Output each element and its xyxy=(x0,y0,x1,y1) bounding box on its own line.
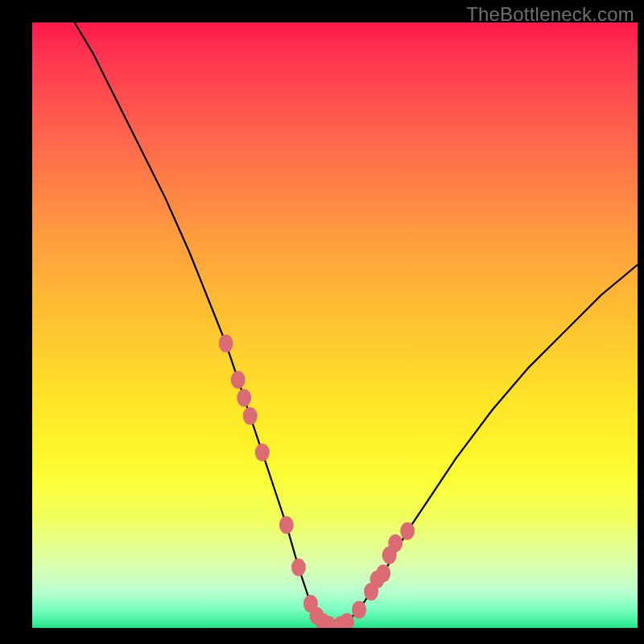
data-marker xyxy=(255,444,270,461)
data-marker xyxy=(231,371,246,389)
data-marker xyxy=(237,389,251,407)
data-marker xyxy=(279,516,294,534)
data-marker xyxy=(388,535,402,552)
data-marker xyxy=(352,601,366,618)
data-marker xyxy=(243,407,258,425)
plot-area xyxy=(32,23,638,628)
chart-svg xyxy=(32,23,638,628)
data-marker xyxy=(340,613,354,629)
data-marker xyxy=(376,564,390,582)
bottleneck-curve xyxy=(75,23,638,628)
data-marker xyxy=(400,522,415,540)
data-marker xyxy=(219,335,233,353)
chart-container: TheBottleneck.com xyxy=(0,0,644,644)
marker-group xyxy=(219,335,415,628)
data-marker xyxy=(291,559,306,576)
